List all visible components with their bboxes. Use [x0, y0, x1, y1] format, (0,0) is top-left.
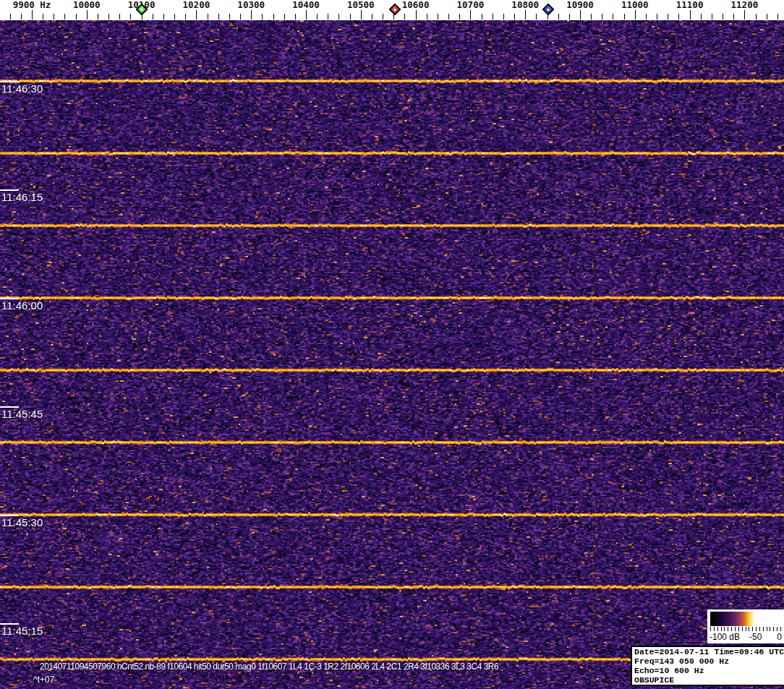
colorbar-tick: [767, 627, 767, 631]
time-label-4: 11:45:30: [1, 517, 43, 528]
freq-tick-10940: [602, 14, 602, 20]
freq-tick-10180: [185, 14, 186, 20]
freq-tick-10780: [514, 14, 515, 20]
freq-tick-11080: [678, 14, 679, 20]
time-offset-note: ^t+07: [33, 675, 54, 685]
red-marker[interactable]: [388, 4, 401, 16]
freq-tick-11140: [712, 14, 712, 20]
colorbar-tick: [721, 627, 722, 631]
colorbar-tick: [777, 627, 777, 631]
colorbar-tick: [710, 627, 711, 631]
detection-annotation: 20140711094507960 hCnt52 nb-89 f10604 hi…: [40, 662, 498, 672]
freq-tick-9900: [32, 10, 33, 20]
freq-label-10700: 10700: [457, 0, 485, 9]
colorbar-tick: [770, 627, 770, 631]
colorbar-label-max: 0: [777, 632, 782, 642]
freq-tick-10440: [328, 14, 328, 20]
colorbar-tick: [749, 627, 749, 631]
freq-tick-10040: [108, 14, 109, 20]
freq-tick-10380: [295, 14, 296, 20]
freq-tick-10060: [119, 14, 120, 20]
freq-tick-10520: [372, 14, 372, 20]
freq-tick-10400: [306, 10, 307, 20]
freq-tick-10800: [525, 10, 526, 20]
freq-label-10900: 10900: [566, 0, 594, 9]
colorbar-tick: [746, 627, 746, 631]
freq-label-9900: 9900 Hz: [13, 0, 51, 9]
colorbar-tick: [773, 627, 774, 631]
info-date-time: Date=2014-07-11 Time=09:46 UTC: [634, 647, 784, 656]
freq-tick-9920: [43, 14, 43, 20]
freq-tick-10980: [624, 14, 625, 20]
colorbar-ticks: [710, 627, 781, 632]
freq-tick-10120: [153, 14, 153, 20]
freq-tick-10240: [218, 14, 219, 20]
time-label-2: 11:46:00: [1, 300, 43, 311]
freq-tick-10620: [427, 14, 427, 20]
colorbar-label-min: -100 dB: [710, 632, 740, 642]
colorbar-tick: [742, 627, 743, 631]
freq-tick-11020: [646, 14, 647, 20]
freq-tick-10660: [448, 14, 449, 20]
freq-tick-10340: [273, 14, 274, 20]
freq-tick-10720: [482, 14, 482, 20]
intensity-colorbar: -100 dB -50 0: [707, 609, 784, 643]
colorbar-tick: [738, 627, 739, 631]
freq-tick-10320: [262, 14, 263, 20]
freq-label-10300: 10300: [237, 0, 265, 9]
freq-label-10600: 10600: [402, 0, 430, 9]
time-label-1: 11:46:15: [1, 192, 43, 202]
freq-tick-10640: [438, 14, 438, 20]
freq-tick-10880: [569, 14, 570, 20]
colorbar-tick: [717, 627, 718, 631]
blue-marker[interactable]: [542, 4, 555, 16]
freq-tick-10760: [503, 14, 504, 20]
freq-label-11000: 11000: [621, 0, 649, 9]
freq-tick-10680: [459, 14, 460, 20]
freq-label-10000: 10000: [73, 0, 101, 9]
freq-tick-10220: [208, 14, 208, 20]
freq-tick-11100: [690, 10, 691, 20]
freq-tick-10160: [174, 14, 175, 20]
freq-tick-11200: [744, 10, 745, 20]
freq-tick-10020: [98, 14, 98, 20]
freq-tick-10480: [350, 14, 351, 20]
info-frequency: Freq=143 050 000 Hz: [634, 656, 784, 666]
freq-tick-9940: [54, 14, 54, 20]
spectrogram-display: 9900 Hz100001010010200103001040010500106…: [0, 0, 784, 689]
freq-tick-10960: [613, 14, 613, 20]
freq-tick-10540: [383, 14, 383, 20]
info-echo-frequency: Echo=10 600 Hz: [634, 666, 784, 675]
colorbar-tick: [724, 627, 725, 631]
freq-tick-10460: [338, 14, 339, 20]
colorbar-tick: [763, 627, 764, 631]
freq-tick-10300: [251, 10, 252, 20]
colorbar-tick: [714, 627, 715, 631]
freq-tick-11040: [657, 14, 657, 20]
freq-tick-10080: [130, 14, 131, 20]
freq-tick-10500: [361, 10, 362, 20]
freq-tick-11160: [723, 14, 723, 20]
freq-tick-10280: [240, 14, 241, 20]
freq-tick-11240: [767, 14, 767, 20]
freq-label-10200: 10200: [183, 0, 210, 9]
freq-tick-10920: [591, 14, 592, 20]
freq-tick-11220: [756, 14, 757, 20]
colorbar-label-mid: -50: [749, 632, 762, 642]
freq-tick-11060: [668, 14, 668, 20]
freq-tick-9960: [64, 14, 65, 20]
colorbar-tick: [735, 627, 736, 631]
freq-tick-10200: [196, 10, 197, 20]
freq-tick-10580: [404, 14, 405, 20]
freq-label-10500: 10500: [347, 0, 375, 9]
freq-tick-11180: [733, 14, 734, 20]
station-info-box: Date=2014-07-11 Time=09:46 UTC Freq=143 …: [631, 646, 784, 686]
colorbar-tick: [728, 627, 728, 631]
freq-tick-10140: [163, 14, 164, 20]
freq-tick-10260: [229, 14, 230, 20]
time-label-0: 11:46:30: [1, 83, 43, 94]
info-station-name: OBSUPICE: [634, 675, 784, 685]
freq-label-11100: 11100: [676, 0, 704, 9]
time-label-5: 11:45:15: [1, 625, 43, 636]
freq-tick-10900: [580, 10, 581, 20]
